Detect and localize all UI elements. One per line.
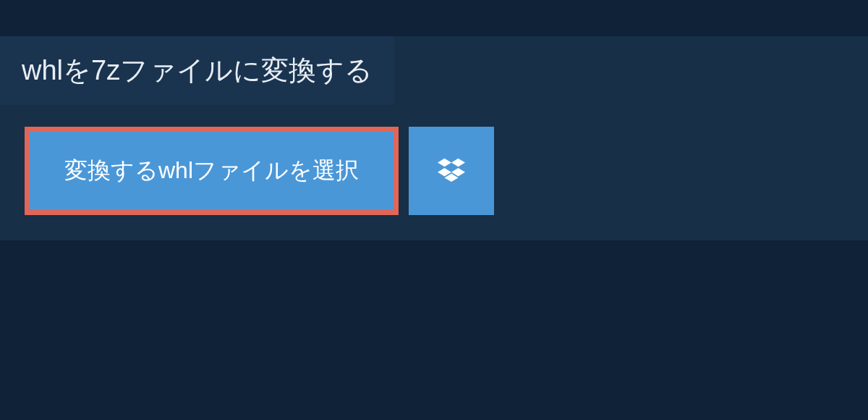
button-row: 変換するwhlファイルを選択 <box>0 105 868 215</box>
select-file-button[interactable]: 変換するwhlファイルを選択 <box>25 127 399 215</box>
dropbox-icon <box>438 156 465 186</box>
dropbox-button[interactable] <box>409 127 494 215</box>
select-file-label: 変換するwhlファイルを選択 <box>64 155 359 187</box>
title-bar: whlを7zファイルに変換する <box>0 36 394 105</box>
page-title: whlを7zファイルに変換する <box>22 52 373 89</box>
converter-panel: whlを7zファイルに変換する 変換するwhlファイルを選択 <box>0 36 868 240</box>
